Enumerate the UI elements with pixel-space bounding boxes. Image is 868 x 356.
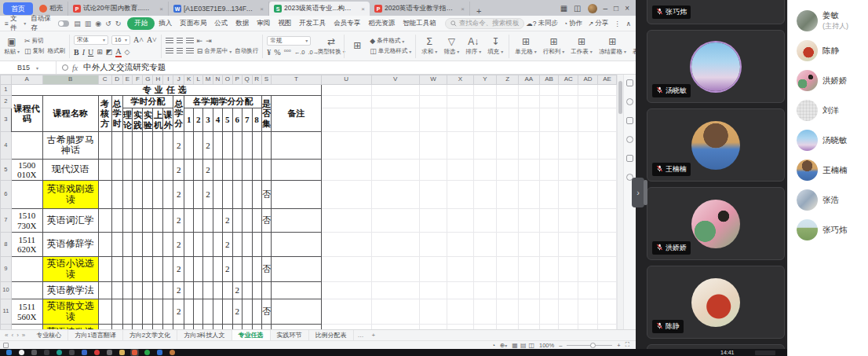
cell-course-name[interactable]: 英语修辞学 bbox=[42, 233, 98, 257]
sidebar-tool-icon[interactable] bbox=[626, 79, 633, 86]
taskbar-app-icon[interactable] bbox=[57, 350, 62, 355]
column-header-S[interactable]: S bbox=[261, 75, 272, 85]
table-style-button[interactable]: ⊞ bbox=[348, 40, 366, 52]
cell-semester-4[interactable] bbox=[213, 282, 223, 299]
column-header-C[interactable]: C bbox=[98, 75, 111, 85]
cell-semester-4[interactable] bbox=[213, 257, 223, 282]
cell-semester-7[interactable] bbox=[242, 257, 252, 282]
cell-total-credits[interactable]: 2 bbox=[173, 257, 184, 282]
video-tile[interactable]: 汤晓敏 bbox=[647, 30, 785, 103]
sheet-tab-方向3科技人文[interactable]: 方向3科技人文 bbox=[177, 330, 232, 340]
align-top-icon[interactable] bbox=[166, 38, 173, 44]
cell-empty[interactable] bbox=[163, 299, 173, 325]
column-header-Q[interactable]: Q bbox=[242, 75, 252, 85]
cell-semester-2[interactable] bbox=[194, 132, 203, 160]
taskbar-app-icon[interactable] bbox=[107, 350, 112, 355]
cell-semester-3[interactable]: 2 bbox=[203, 181, 213, 209]
empty-cell[interactable] bbox=[371, 299, 419, 325]
cell-empty[interactable] bbox=[122, 282, 133, 299]
record-macro-icon[interactable] bbox=[3, 343, 9, 348]
cell-semester-6[interactable]: 2 bbox=[232, 299, 242, 325]
empty-cell[interactable] bbox=[321, 160, 371, 181]
cell-semester-4[interactable] bbox=[213, 160, 223, 181]
cell-semester-6[interactable] bbox=[232, 233, 242, 257]
column-header-J[interactable]: J bbox=[173, 75, 184, 85]
empty-cell[interactable] bbox=[321, 132, 371, 160]
cell-total-credits[interactable]: 2 bbox=[173, 132, 184, 160]
more-sheets-button[interactable]: … bbox=[354, 332, 368, 339]
cell-semester-1[interactable] bbox=[184, 282, 194, 299]
video-tile[interactable]: 陈静 bbox=[647, 266, 785, 339]
cell-total-credits[interactable]: 2 bbox=[173, 160, 184, 181]
file-menu[interactable]: ≡ 文件 ▾ bbox=[5, 14, 26, 33]
participant-list-item[interactable]: 姜敏(主持人) bbox=[788, 6, 868, 35]
column-header-L[interactable]: L bbox=[194, 75, 203, 85]
cell-empty[interactable] bbox=[122, 132, 133, 160]
empty-cell[interactable] bbox=[578, 209, 598, 233]
row-header-8[interactable]: 8 bbox=[1, 233, 12, 257]
header-semester-allocation[interactable]: 各学期学分分配 bbox=[184, 96, 261, 108]
empty-cell[interactable] bbox=[578, 299, 598, 325]
empty-cell[interactable] bbox=[447, 282, 474, 299]
cell-semester-5[interactable] bbox=[222, 299, 232, 325]
more-menu-icon[interactable]: ⋮ bbox=[614, 20, 621, 28]
taskbar-app-icon[interactable] bbox=[132, 350, 137, 355]
empty-cell[interactable] bbox=[371, 108, 419, 132]
tab-close-icon[interactable]: × bbox=[260, 6, 264, 13]
empty-cell[interactable] bbox=[321, 233, 371, 257]
cell-semester-4[interactable] bbox=[213, 132, 223, 160]
cell-course-code[interactable] bbox=[11, 181, 42, 209]
row-header-6[interactable]: 6 bbox=[1, 181, 12, 209]
cell-remarks[interactable] bbox=[272, 181, 321, 209]
empty-cell[interactable] bbox=[321, 96, 371, 108]
cell-course-name[interactable]: 英语词汇学 bbox=[42, 209, 98, 233]
font-color-icon[interactable]: A bbox=[115, 47, 121, 57]
empty-cell[interactable] bbox=[473, 160, 497, 181]
empty-cell[interactable] bbox=[518, 132, 539, 160]
column-header-U[interactable]: U bbox=[321, 75, 371, 85]
cell-empty[interactable] bbox=[163, 160, 173, 181]
sheet-tab-方向2文学文化[interactable]: 方向2文学文化 bbox=[123, 330, 177, 340]
empty-cell[interactable] bbox=[371, 132, 419, 160]
merge-center-button[interactable]: ⊟合并居中▾ bbox=[197, 47, 232, 55]
empty-cell[interactable] bbox=[539, 233, 559, 257]
cell-semester-8[interactable] bbox=[252, 299, 261, 325]
cell-course-code[interactable] bbox=[11, 132, 42, 160]
vertical-scrollbar[interactable] bbox=[617, 75, 623, 329]
cell-semester-6[interactable] bbox=[232, 257, 242, 282]
column-header-H[interactable]: H bbox=[153, 75, 163, 85]
participant-list-item[interactable]: 洪娇娇 bbox=[788, 66, 868, 94]
panel-collapse-handle[interactable]: › bbox=[632, 178, 644, 207]
empty-cell[interactable] bbox=[578, 132, 598, 160]
column-header-W[interactable]: W bbox=[419, 75, 447, 85]
taskbar-app-icon[interactable] bbox=[170, 350, 175, 355]
cell-semester-8[interactable] bbox=[252, 181, 261, 209]
cell-empty[interactable] bbox=[98, 209, 111, 233]
sidebar-tool-icon[interactable] bbox=[626, 136, 633, 143]
header-hours-sub[interactable]: 实验 bbox=[143, 108, 153, 132]
empty-cell[interactable] bbox=[497, 233, 519, 257]
cell-course-code[interactable]: 1510 730X bbox=[11, 209, 42, 233]
header-semester-4[interactable]: 4 bbox=[213, 108, 223, 132]
page-layout-view-icon[interactable]: ▤ bbox=[520, 342, 527, 349]
cell-empty[interactable] bbox=[111, 282, 122, 299]
cell-semester-6[interactable] bbox=[232, 181, 242, 209]
close-button[interactable]: × bbox=[625, 5, 629, 13]
empty-cell[interactable] bbox=[321, 282, 371, 299]
cell-name-box[interactable]: B15 ▾ bbox=[0, 61, 57, 74]
empty-cell[interactable] bbox=[419, 96, 447, 108]
prev-sheet-icon[interactable]: ‹ bbox=[11, 332, 13, 339]
empty-cell[interactable] bbox=[419, 299, 447, 325]
menu-tab-开发工具[interactable]: 开发工具 bbox=[295, 17, 330, 30]
cell-empty[interactable] bbox=[133, 282, 143, 299]
cell-course-name[interactable]: 英语戏剧选读 bbox=[42, 181, 98, 209]
cell-remarks[interactable] bbox=[272, 160, 321, 181]
autosave-toggle[interactable]: 自动保存 bbox=[31, 14, 69, 33]
cell-empty[interactable] bbox=[163, 233, 173, 257]
empty-cell[interactable] bbox=[419, 233, 447, 257]
empty-cell[interactable] bbox=[559, 209, 578, 233]
empty-cell[interactable] bbox=[371, 233, 419, 257]
ribbon-单元格-button[interactable]: ⊞单元格▾ bbox=[513, 36, 538, 57]
first-sheet-icon[interactable]: « bbox=[5, 332, 8, 339]
empty-cell[interactable] bbox=[578, 160, 598, 181]
